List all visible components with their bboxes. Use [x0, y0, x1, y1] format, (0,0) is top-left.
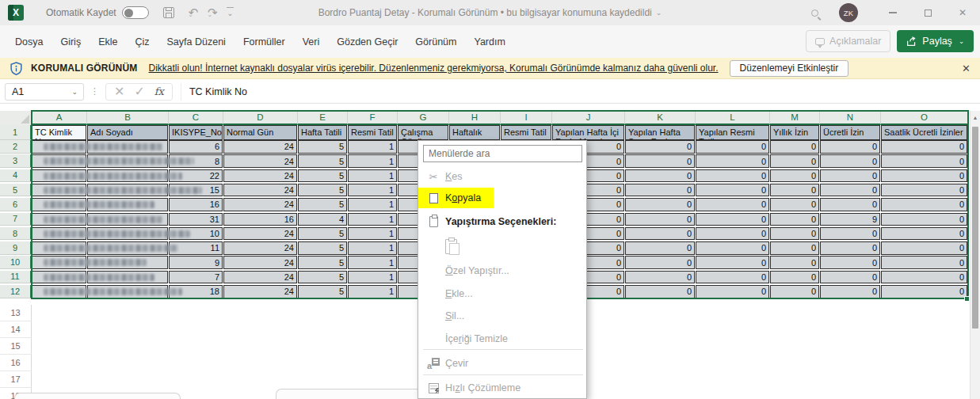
column-header-K[interactable]: K	[625, 111, 696, 125]
cell[interactable]: 24	[223, 271, 297, 284]
cell[interactable]: 1	[348, 227, 397, 241]
cell[interactable]: 0	[820, 184, 880, 197]
cell[interactable]: Resmi Tatil	[348, 125, 397, 140]
cell[interactable]: 0	[625, 184, 695, 197]
cell[interactable]: 0	[881, 169, 967, 183]
column-header-F[interactable]: F	[348, 111, 398, 125]
tab-gözden-geçir[interactable]: Gözden Geçir	[328, 31, 406, 53]
cell[interactable]: 0	[696, 213, 769, 226]
column-header-L[interactable]: L	[696, 111, 770, 125]
menu-item-ekle[interactable]: Ekle...	[418, 283, 586, 305]
cell[interactable]: 1	[348, 154, 397, 168]
cell[interactable]: Yapılan Hafta İçiFazla Mesai	[552, 125, 624, 140]
cell[interactable]: 0	[881, 140, 967, 154]
cell[interactable]: 1	[348, 213, 397, 226]
row-header-13[interactable]: 13	[0, 305, 32, 321]
cell[interactable]: 0	[696, 271, 769, 284]
cell[interactable]: 0	[696, 256, 769, 269]
cell[interactable]: 0	[625, 285, 695, 298]
cell[interactable]: 1	[348, 184, 397, 197]
cell[interactable]: Saatlik Ücretli İzinler	[881, 125, 967, 140]
row-header-16[interactable]: 16	[0, 355, 32, 371]
row-header-17[interactable]: 17	[0, 371, 32, 388]
row-header-8[interactable]: 8	[0, 227, 32, 241]
row-header-15[interactable]: 15	[0, 338, 32, 355]
column-header-B[interactable]: B	[87, 111, 169, 125]
menu-item-özel-yapıştır[interactable]: Özel Yapıştır...	[418, 260, 586, 282]
cell[interactable]: 9	[169, 256, 223, 269]
cell[interactable]: 0	[696, 140, 769, 154]
cell[interactable]: 0	[820, 198, 880, 211]
cell[interactable]: 1	[348, 241, 397, 255]
cell[interactable]: Haftalık	[449, 125, 500, 140]
cell[interactable]: 0	[625, 256, 695, 269]
column-header-O[interactable]: O	[881, 111, 968, 125]
cell[interactable]: 0	[881, 285, 967, 298]
tab-dosya[interactable]: Dosya	[6, 31, 51, 53]
column-header-A[interactable]: A	[32, 111, 87, 125]
cell[interactable]: 24	[223, 285, 297, 298]
cancel-icon[interactable]: ✕	[114, 84, 124, 99]
cell[interactable]: 1	[348, 198, 397, 211]
comments-button[interactable]: Açıklamalar	[806, 30, 890, 52]
cell[interactable]: 24	[223, 154, 297, 168]
enable-editing-button[interactable]: Düzenlemeyi Etkinleştir	[730, 60, 849, 77]
chevron-down-icon[interactable]: ⌄	[71, 88, 78, 96]
save-icon[interactable]	[163, 7, 174, 18]
row-header-5[interactable]: 5	[0, 184, 32, 197]
column-header-J[interactable]: J	[552, 111, 625, 125]
autosave-toggle[interactable]	[122, 6, 149, 19]
cell[interactable]: 1	[348, 169, 397, 183]
chevron-down-icon[interactable]: ⌄	[208, 11, 213, 18]
tab-veri[interactable]: Veri	[294, 31, 329, 53]
row-header-10[interactable]: 10	[0, 256, 32, 269]
cell[interactable]: 16	[169, 198, 223, 211]
cell[interactable]: 0	[696, 198, 769, 211]
tab-giriş[interactable]: Giriş	[51, 31, 90, 53]
close-button[interactable]: ✕	[945, 0, 980, 25]
menu-item-kopyala[interactable]: Kopyala	[418, 187, 586, 209]
cell[interactable]: 0	[770, 140, 819, 154]
cell[interactable]: 24	[223, 256, 297, 269]
column-header-C[interactable]: C	[169, 111, 223, 125]
close-icon[interactable]: ✕	[962, 63, 970, 74]
active-cell[interactable]: TC Kimlik No	[32, 125, 86, 140]
cell[interactable]: ÇalışmaGünü	[398, 125, 448, 140]
cell[interactable]: 0	[625, 213, 695, 226]
cell[interactable]: 5	[298, 227, 347, 241]
cell[interactable]: 0	[625, 140, 695, 154]
cell[interactable]: 5	[298, 140, 347, 154]
cell[interactable]: 0	[696, 227, 769, 241]
cell[interactable]: Hafta Tatili	[298, 125, 347, 140]
cell[interactable]: 0	[881, 241, 967, 255]
cell[interactable]: 5	[298, 169, 347, 183]
menu-item-hızlı-çözümleme[interactable]: Hızlı Çözümleme	[418, 377, 586, 399]
cell[interactable]: 0	[881, 227, 967, 241]
cell[interactable]: 0	[820, 140, 880, 154]
cell[interactable]: 0	[770, 184, 819, 197]
cell[interactable]: 24	[223, 227, 297, 241]
row-header-7[interactable]: 7	[0, 213, 32, 226]
menu-item-i-çeriği-temizle[interactable]: İçeriği Temizle	[418, 328, 586, 350]
cell[interactable]: 0	[881, 184, 967, 197]
menu-item-sil[interactable]: Sil...	[418, 305, 586, 327]
cell[interactable]: 0	[770, 271, 819, 284]
tab-yardım[interactable]: Yardım	[465, 31, 513, 53]
cell[interactable]: 0	[770, 256, 819, 269]
tab-sayfa-düzeni[interactable]: Sayfa Düzeni	[158, 31, 235, 53]
cell[interactable]: 7	[169, 271, 223, 284]
cell[interactable]: 0	[770, 198, 819, 211]
tab-görünüm[interactable]: Görünüm	[406, 31, 465, 53]
scroll-up-button[interactable]: ▲	[970, 111, 980, 124]
cell[interactable]: 0	[625, 198, 695, 211]
undo-button[interactable]: ↶⌄	[189, 6, 193, 20]
cell[interactable]: Ücretli İzin	[820, 125, 880, 140]
cell[interactable]: 0	[820, 169, 880, 183]
redo-button[interactable]: ↷⌄	[208, 6, 212, 20]
cell[interactable]: 24	[223, 169, 297, 183]
cell[interactable]: 24	[223, 184, 297, 197]
formula-input[interactable]: TC Kimlik No	[181, 83, 980, 101]
autosave-control[interactable]: Otomatik Kaydet	[46, 6, 149, 19]
row-header-4[interactable]: 4	[0, 169, 32, 183]
cell[interactable]: 0	[881, 256, 967, 269]
